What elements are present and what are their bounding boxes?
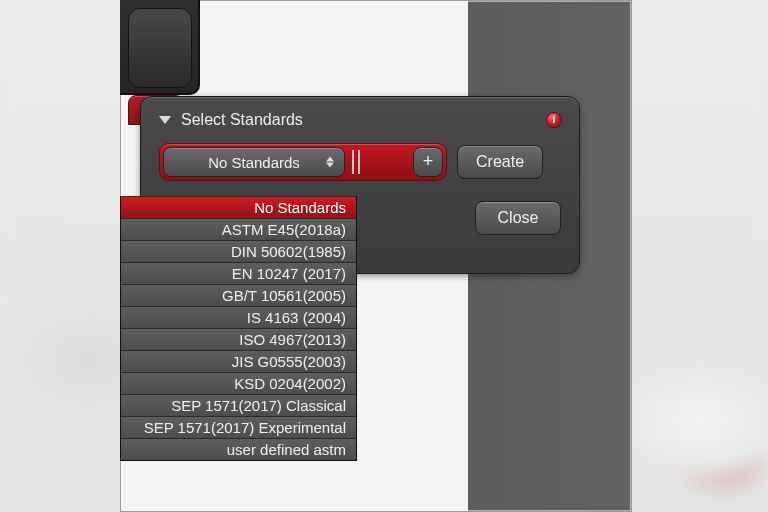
list-item[interactable]: user defined astm [121,438,356,460]
standards-preview-slot [348,147,410,177]
list-item[interactable]: IS 4163 (2004) [121,306,356,328]
close-button[interactable]: Close [475,201,561,235]
add-standard-button[interactable]: + [413,147,443,177]
list-item[interactable]: ASTM E45(2018a) [121,218,356,240]
standards-dropdown-label: No Standards [208,154,300,171]
list-item[interactable]: GB/T 10561(2005) [121,284,356,306]
panel-title: Select Standards [181,111,303,129]
list-item[interactable]: SEP 1571(2017) Experimental [121,416,356,438]
updown-arrows-icon [326,157,334,168]
panel-header: Select Standards i [159,111,561,129]
list-item[interactable]: JIS G0555(2003) [121,350,356,372]
info-icon[interactable]: i [547,113,561,127]
list-item[interactable]: No Standards [121,196,356,218]
standards-dropdown-list[interactable]: No Standards ASTM E45(2018a) DIN 50602(1… [120,196,357,461]
list-item[interactable]: DIN 50602(1985) [121,240,356,262]
standards-dropdown[interactable]: No Standards [163,147,345,177]
disclosure-triangle-icon[interactable] [159,116,171,124]
list-item[interactable]: SEP 1571(2017) Classical [121,394,356,416]
vertical-toolbar [120,0,200,95]
create-button[interactable]: Create [457,145,543,179]
list-item[interactable]: KSD 0204(2002) [121,372,356,394]
list-item[interactable]: ISO 4967(2013) [121,328,356,350]
standards-selector-group: No Standards + [159,143,447,181]
list-item[interactable]: EN 10247 (2017) [121,262,356,284]
standards-controls-row: No Standards + Create [159,143,561,181]
